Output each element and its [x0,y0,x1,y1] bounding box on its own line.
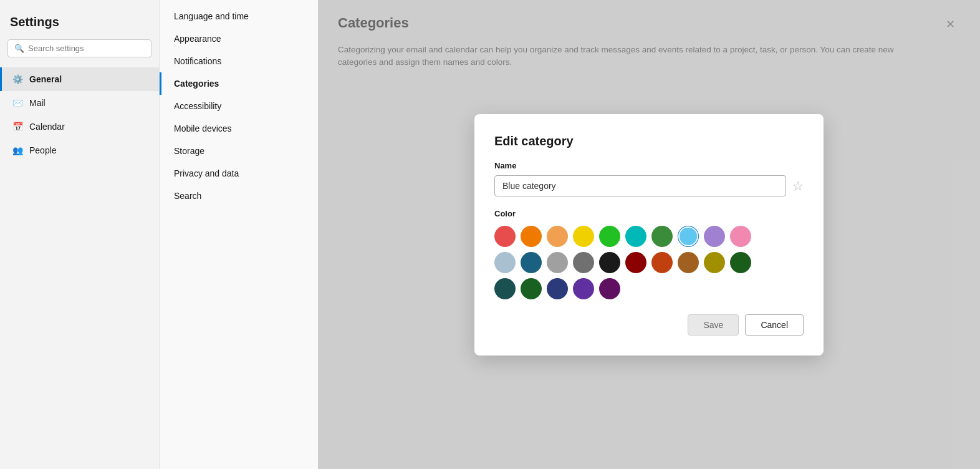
color-dark-green[interactable] [651,226,673,247]
modal-actions: Save Cancel [494,314,804,336]
modal-overlay: Edit category Name ☆ Color [318,0,980,469]
color-purple[interactable] [573,278,594,299]
color-black[interactable] [599,252,620,273]
color-dark-green2[interactable] [521,278,542,299]
nav-notifications[interactable]: Notifications [160,50,318,72]
middle-nav: Language and time Appearance Notificatio… [159,0,318,469]
color-olive[interactable] [704,252,725,273]
color-label: Color [494,209,804,218]
color-navy[interactable] [547,278,568,299]
nav-language-time[interactable]: Language and time [160,5,318,27]
nav-appearance[interactable]: Appearance [160,27,318,50]
nav-storage[interactable]: Storage [160,140,318,162]
sidebar: Settings 🔍 ⚙️ General ✉️ Mail 📅 Calendar… [0,0,159,469]
sidebar-item-general[interactable]: ⚙️ General [0,67,159,91]
color-gray-blue[interactable] [494,252,516,273]
nav-search[interactable]: Search [160,185,318,207]
nav-privacy-data[interactable]: Privacy and data [160,162,318,185]
category-name-input[interactable] [494,175,786,196]
app-title: Settings [0,10,159,39]
nav-mobile-devices[interactable]: Mobile devices [160,117,318,140]
search-input[interactable] [28,44,145,53]
sidebar-item-mail[interactable]: ✉️ Mail [0,91,159,115]
color-orange[interactable] [521,226,542,247]
color-gray[interactable] [547,252,568,273]
color-lavender[interactable] [704,226,725,247]
name-label: Name [494,161,804,170]
color-dark-gray[interactable] [573,252,594,273]
save-button[interactable]: Save [688,314,739,336]
people-icon: 👥 [12,145,23,156]
color-dark-purple[interactable] [599,278,620,299]
cancel-button[interactable]: Cancel [745,314,804,336]
search-icon: 🔍 [14,44,24,53]
color-grid [494,226,804,299]
nav-accessibility[interactable]: Accessibility [160,95,318,117]
color-pink[interactable] [730,226,751,247]
color-red[interactable] [494,226,516,247]
color-row-3 [494,278,804,299]
color-light-orange[interactable] [547,226,568,247]
nav-categories[interactable]: Categories [160,72,318,95]
sidebar-item-calendar[interactable]: 📅 Calendar [0,115,159,138]
color-forest-green[interactable] [730,252,751,273]
color-row-1 [494,226,804,247]
calendar-icon: 📅 [12,121,23,132]
color-green[interactable] [599,226,620,247]
color-dark-teal[interactable] [521,252,542,273]
mail-icon: ✉️ [12,97,23,109]
sidebar-item-people[interactable]: 👥 People [0,138,159,162]
color-dark-teal2[interactable] [494,278,516,299]
favorite-button[interactable]: ☆ [792,178,804,193]
color-light-blue[interactable] [678,226,699,247]
modal-title: Edit category [494,134,804,148]
edit-category-modal: Edit category Name ☆ Color [474,114,824,355]
color-dark-red[interactable] [625,252,646,273]
main-content: Categories ✕ Categorizing your email and… [318,0,980,469]
color-brown[interactable] [678,252,699,273]
search-box[interactable]: 🔍 [7,39,151,57]
color-row-2 [494,252,804,273]
color-burnt-orange[interactable] [651,252,673,273]
color-teal[interactable] [625,226,646,247]
name-row: ☆ [494,175,804,196]
gear-icon: ⚙️ [12,74,23,85]
color-yellow[interactable] [573,226,594,247]
